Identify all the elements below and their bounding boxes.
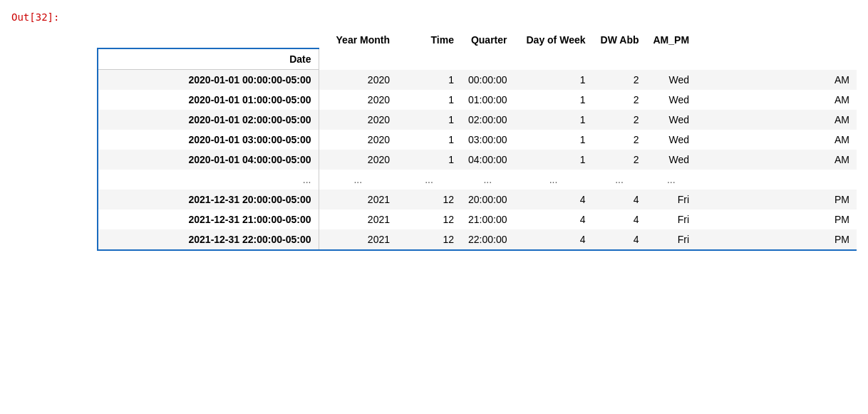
ampm-cell: AM — [696, 90, 857, 110]
table-row: 2020-01-01 00:00:00-05:002020100:00:0012… — [98, 70, 857, 90]
dwabb-cell: Fri — [646, 229, 697, 250]
table-row: 2020-01-01 03:00:00-05:002020103:00:0012… — [98, 130, 857, 150]
date-cell: 2020-01-01 04:00:00-05:00 — [98, 150, 319, 170]
quarter-cell: 4 — [515, 209, 593, 229]
ellipsis-date-cell: ... — [98, 170, 319, 190]
quarter-cell: 1 — [515, 90, 593, 110]
col-year-month: Year Month — [319, 31, 397, 48]
time-cell: 01:00:00 — [461, 90, 515, 110]
dwabb-cell: Wed — [646, 110, 697, 130]
date-head-spacer — [98, 31, 319, 48]
tc-month-header — [397, 48, 461, 70]
table-body: 2020-01-01 00:00:00-05:002020100:00:0012… — [98, 70, 857, 251]
ampm-cell: PM — [696, 190, 857, 209]
tc-ampm-header — [696, 48, 857, 70]
tc-dwabb-header — [646, 48, 697, 70]
quarter-cell: 1 — [515, 70, 593, 90]
time-cell: 04:00:00 — [461, 150, 515, 170]
inner-header-row: Date — [98, 48, 857, 70]
ampm-cell: PM — [696, 209, 857, 229]
ellipsis-cell: ... — [515, 170, 593, 190]
dwabb-cell: Fri — [646, 209, 697, 229]
year-cell: 2021 — [319, 209, 397, 229]
year-cell: 2020 — [319, 130, 397, 150]
date-cell: 2020-01-01 03:00:00-05:00 — [98, 130, 319, 150]
time-cell: 22:00:00 — [461, 229, 515, 250]
month-cell: 12 — [397, 209, 461, 229]
quarter-cell: 1 — [515, 150, 593, 170]
month-cell: 12 — [397, 190, 461, 209]
ellipsis-cell: ... — [319, 170, 397, 190]
table-row: 2020-01-01 02:00:00-05:002020102:00:0012… — [98, 110, 857, 130]
month-cell: 12 — [397, 229, 461, 250]
ellipsis-row: ..................... — [98, 170, 857, 190]
time-cell: 20:00:00 — [461, 190, 515, 209]
table-row: 2020-01-01 01:00:00-05:002020101:00:0012… — [98, 90, 857, 110]
quarter-cell: 4 — [515, 190, 593, 209]
date-cell: 2020-01-01 00:00:00-05:00 — [98, 70, 319, 90]
dow-cell: 2 — [593, 130, 646, 150]
tc-time-header — [461, 48, 515, 70]
ampm-cell: AM — [696, 110, 857, 130]
ampm-cell: PM — [696, 229, 857, 250]
date-cell: 2021-12-31 20:00:00-05:00 — [98, 190, 319, 209]
time-cell: 03:00:00 — [461, 130, 515, 150]
dow-cell: 4 — [593, 190, 646, 209]
year-cell: 2020 — [319, 110, 397, 130]
time-cell: 00:00:00 — [461, 70, 515, 90]
ellipsis-cell: ... — [593, 170, 646, 190]
tc-quarter-header — [515, 48, 593, 70]
year-cell: 2021 — [319, 229, 397, 250]
date-cell: 2020-01-01 01:00:00-05:00 — [98, 90, 319, 110]
dwabb-cell: Wed — [646, 150, 697, 170]
col-am-pm: AM_PM — [646, 31, 697, 48]
outer-column-headers: Year MonthTimeQuarterDay of WeekDW AbbAM… — [98, 31, 857, 48]
ellipsis-ampm-cell: ... — [646, 170, 697, 190]
year-cell: 2020 — [319, 150, 397, 170]
dwabb-cell: Fri — [646, 190, 697, 209]
year-cell: 2020 — [319, 70, 397, 90]
dow-cell: 4 — [593, 209, 646, 229]
ellipsis-cell: ... — [397, 170, 461, 190]
col-dw-abb: DW Abb — [593, 31, 646, 48]
tc-year-header — [319, 48, 397, 70]
table-row: 2021-12-31 22:00:00-05:0020211222:00:004… — [98, 229, 857, 250]
dow-cell: 4 — [593, 229, 646, 250]
time-cell: 02:00:00 — [461, 110, 515, 130]
ampm-cell: AM — [696, 150, 857, 170]
date-cell: 2021-12-31 21:00:00-05:00 — [98, 209, 319, 229]
main-table-wrapper: Year MonthTimeQuarterDay of WeekDW AbbAM… — [97, 31, 857, 251]
year-cell: 2020 — [319, 90, 397, 110]
date-cell: 2021-12-31 22:00:00-05:00 — [98, 229, 319, 250]
quarter-cell: 1 — [515, 130, 593, 150]
dow-cell: 2 — [593, 110, 646, 130]
quarter-cell: 4 — [515, 229, 593, 250]
month-cell: 1 — [397, 130, 461, 150]
output-label: Out[32]: — [11, 11, 857, 23]
ampm-cell: AM — [696, 130, 857, 150]
dow-cell: 2 — [593, 70, 646, 90]
time-cell: 21:00:00 — [461, 209, 515, 229]
year-cell: 2021 — [319, 190, 397, 209]
month-cell: 1 — [397, 150, 461, 170]
ampm-cell: AM — [696, 70, 857, 90]
col-day-of-week: Day of Week — [515, 31, 593, 48]
date-cell: 2020-01-01 02:00:00-05:00 — [98, 110, 319, 130]
table-row: 2021-12-31 21:00:00-05:0020211221:00:004… — [98, 209, 857, 229]
month-cell: 1 — [397, 70, 461, 90]
date-column-header: Date — [98, 48, 319, 70]
data-table: Year MonthTimeQuarterDay of WeekDW AbbAM… — [97, 31, 857, 251]
month-cell: 1 — [397, 90, 461, 110]
ellipsis-cell: ... — [461, 170, 515, 190]
quarter-cell: 1 — [515, 110, 593, 130]
col-quarter: Quarter — [461, 31, 515, 48]
dow-cell: 2 — [593, 90, 646, 110]
dwabb-cell: Wed — [646, 70, 697, 90]
col-time: Time — [397, 31, 461, 48]
table-row: 2020-01-01 04:00:00-05:002020104:00:0012… — [98, 150, 857, 170]
tc-dow-header — [593, 48, 646, 70]
dwabb-cell: Wed — [646, 90, 697, 110]
dwabb-cell: Wed — [646, 130, 697, 150]
month-cell: 1 — [397, 110, 461, 130]
table-row: 2021-12-31 20:00:00-05:0020211220:00:004… — [98, 190, 857, 209]
